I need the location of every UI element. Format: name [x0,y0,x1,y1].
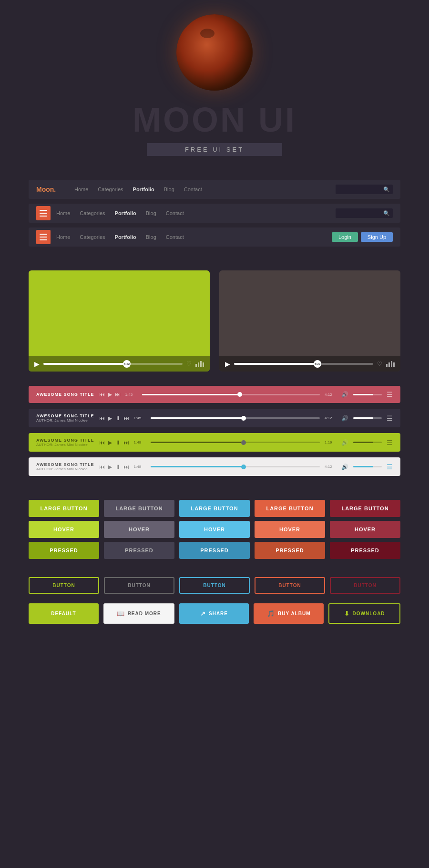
nav-categories-2[interactable]: Categories [80,210,105,216]
progress-green[interactable] [151,442,320,443]
search-icon-1: 🔍 [383,186,390,193]
hamburger-button-2[interactable] [36,206,51,220]
nav-blog-2[interactable]: Blog [146,210,156,216]
play-btn-green[interactable]: ▶ [108,439,112,446]
hover-button-blue[interactable]: HOVER [179,521,250,538]
vol-progress-dark[interactable] [353,417,382,419]
progress-bar-dark[interactable]: 5:22 [234,363,373,365]
nav-auth: Login Sign Up [332,232,393,242]
nav-contact-3[interactable]: Contact [166,234,184,240]
pressed-button-green[interactable]: PRESSED [29,542,99,559]
pressed-button-row: PRESSED PRESSED PRESSED PRESSED PRESSED [29,542,400,559]
default-button[interactable]: DEFAULT [29,603,99,624]
vol-progress-red[interactable] [353,394,382,395]
menu-icon-dark[interactable]: ☰ [387,414,393,422]
share-button[interactable]: ↗ SHARE [179,603,249,624]
progress-red[interactable] [142,394,320,395]
vol-progress-green[interactable] [353,442,382,443]
play-btn-red[interactable]: ▶ [108,391,112,398]
outline-button-orange[interactable]: BUTTON [255,577,325,594]
pressed-button-darkred[interactable]: PRESSED [330,542,400,559]
outline-button-gray[interactable]: BUTTON [104,577,174,594]
hover-button-green[interactable]: HOVER [29,521,99,538]
read-more-label: READ More [128,611,161,616]
music-icon: 🎵 [267,610,275,617]
read-more-button[interactable]: 📖 READ More [103,603,174,624]
nav-home-1[interactable]: Home [74,186,88,192]
pressed-button-orange[interactable]: PRESSED [255,542,325,559]
prev-btn-white[interactable]: ⏮ [99,464,105,470]
outline-button-row: BUTTON BUTTON BUTTON BUTTON BUTTON [29,577,400,594]
vol-progress-white[interactable] [353,466,382,467]
nav-contact-1[interactable]: Contact [184,186,202,192]
large-button-green[interactable]: LARGE BUTTON [29,500,99,517]
download-button[interactable]: ⬇ DOWNLOAD [328,603,400,624]
pressed-button-gray[interactable]: PRESSED [104,542,174,559]
progress-thumb-dark2 [241,416,246,421]
volume-icon-red[interactable]: 🔊 [341,391,348,398]
nav-blog-3[interactable]: Blog [146,234,156,240]
play-button-green[interactable]: ▶ [34,360,40,368]
share-icon: ↗ [200,610,206,617]
buy-album-button[interactable]: 🎵 BUY ALBUM [254,603,324,624]
menu-icon-white[interactable]: ☰ [387,463,393,471]
outline-button-darkred[interactable]: BUTTON [330,577,400,594]
progress-white[interactable] [151,466,320,467]
volume-icon-white[interactable]: 🔊 [341,464,348,470]
next-btn-red[interactable]: ⏭ [115,391,121,398]
vol-bar-2 [198,362,199,367]
prev-btn-dark[interactable]: ⏮ [99,415,105,422]
next-btn-white[interactable]: ⏭ [123,464,129,470]
play-btn-dark[interactable]: ▶ [108,415,112,422]
menu-icon-green[interactable]: ☰ [387,439,393,446]
large-button-darkred[interactable]: LARGE BUTTON [330,500,400,517]
vol-bar-1 [195,364,197,367]
large-button-gray[interactable]: LARGE BUTTON [104,500,174,517]
audio-controls-green: ⏮ ▶ ⏸ ⏭ [99,439,129,446]
progress-dark[interactable] [151,417,320,419]
pause-btn-dark[interactable]: ⏸ [115,415,121,422]
pause-btn-white[interactable]: ⏸ [115,464,121,470]
prev-btn-green[interactable]: ⏮ [99,439,105,446]
next-btn-green[interactable]: ⏭ [123,439,129,446]
nav-portfolio-1[interactable]: Portfolio [133,186,154,192]
hover-button-gray[interactable]: HOVER [104,521,174,538]
large-button-orange[interactable]: LARGE BUTTON [255,500,325,517]
audio-player-red: AWESOME SONG TITLE ⏮ ▶ ⏭ 1:45 4:12 🔊 ☰ [29,386,400,403]
heart-icon-dark[interactable]: ♡ [377,361,382,367]
nav-categories-1[interactable]: Categories [98,186,123,192]
login-button[interactable]: Login [332,232,358,242]
audio-author-dark: AUTHOR: James Mini Nicolee [36,418,94,423]
pause-btn-green[interactable]: ⏸ [115,439,121,446]
heart-icon-green[interactable]: ♡ [186,361,192,367]
outline-button-blue[interactable]: BUTTON [179,577,250,594]
menu-icon-red[interactable]: ☰ [387,391,393,398]
play-button-dark[interactable]: ▶ [225,360,230,368]
signup-button[interactable]: Sign Up [361,232,393,242]
nav-portfolio-2[interactable]: Portfolio [115,210,136,216]
next-btn-dark[interactable]: ⏭ [123,415,129,422]
prev-btn-red[interactable]: ⏮ [99,391,105,398]
play-btn-white[interactable]: ▶ [108,464,112,470]
progress-fill-white [151,466,244,467]
outline-button-green[interactable]: BUTTON [29,577,99,594]
hover-button-darkred[interactable]: HOVER [330,521,400,538]
download-label: DOWNLOAD [353,611,385,616]
hamburger-line [40,237,47,238]
hover-button-orange[interactable]: HOVER [255,521,325,538]
nav-portfolio-3[interactable]: Portfolio [115,234,136,240]
volume-icon-green[interactable]: 🔊 [341,439,348,446]
nav-blog-1[interactable]: Blog [164,186,174,192]
nav-home-2[interactable]: Home [56,210,70,216]
hero-subtitle: FREE UI SET [185,146,244,153]
audio-title-dark: AWESOME SONG TITLE [36,413,94,418]
progress-bar-green[interactable]: 5:22 [43,363,183,365]
audio-controls-red: ⏮ ▶ ⏭ [99,391,121,398]
nav-contact-2[interactable]: Contact [166,210,184,216]
nav-categories-3[interactable]: Categories [80,234,105,240]
pressed-button-blue[interactable]: PRESSED [179,542,250,559]
nav-home-3[interactable]: Home [56,234,70,240]
hamburger-button-3[interactable] [36,230,51,244]
volume-icon-dark[interactable]: 🔊 [341,415,348,422]
large-button-blue[interactable]: LARGE BUTTON [179,500,250,517]
